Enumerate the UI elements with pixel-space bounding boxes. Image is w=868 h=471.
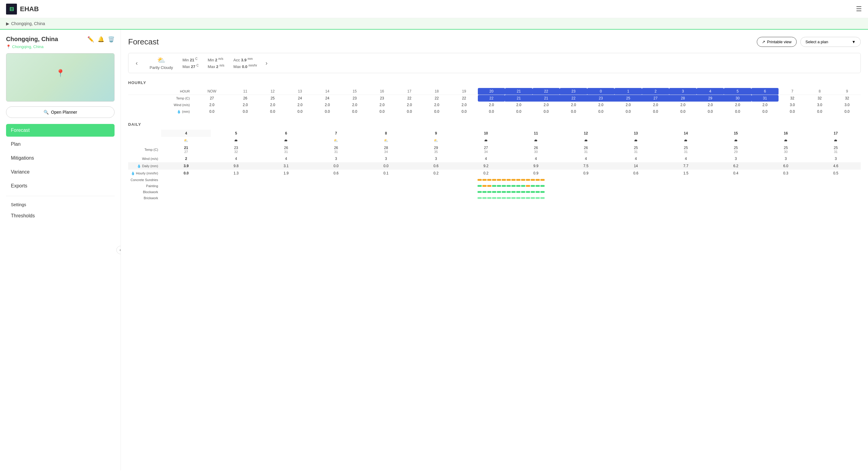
daily-temp-5: 2332: [211, 144, 261, 155]
wind-6: 2.0: [751, 101, 779, 108]
wind-15: 2.0: [341, 101, 368, 108]
temp-8: 32: [806, 95, 834, 102]
bar-seg: [540, 191, 545, 193]
bar-seg: [540, 185, 545, 187]
bar-seg: [492, 197, 496, 199]
bar-seg: [483, 191, 487, 193]
sidebar-item-variance[interactable]: Variance: [6, 166, 115, 178]
select-plan-dropdown[interactable]: Select a plan ▼: [800, 37, 861, 47]
hour-18: 18: [423, 88, 451, 95]
daily-rain-h-16: 0.3: [761, 170, 811, 177]
collapse-sidebar-button[interactable]: «: [116, 246, 121, 254]
bar-seg: [487, 197, 491, 199]
hourly-section-label: HOURLY: [128, 81, 861, 85]
bar-seg: [516, 185, 521, 187]
bar-seg: [535, 179, 540, 181]
temp-17: 22: [396, 95, 423, 102]
sidebar-item-mitigations[interactable]: Mitigations: [6, 152, 115, 165]
bar-seg: [516, 191, 521, 193]
open-planner-button[interactable]: 🔍 Open Planner: [6, 107, 115, 118]
daily-rain-h-14: 1.5: [661, 170, 711, 177]
hour-19: 19: [450, 88, 478, 95]
sidebar-item-plan[interactable]: Plan: [6, 138, 115, 151]
bar-seg: [477, 179, 482, 181]
daily-rain-h-5: 1.3: [211, 170, 261, 177]
temp-23: 22: [560, 95, 587, 102]
min-temp: Min 21 C: [183, 57, 199, 62]
wind-2: 2.0: [642, 101, 670, 108]
hour-5: 5: [724, 88, 751, 95]
sidebar-item-forecast[interactable]: Forecast: [6, 124, 115, 137]
rain-0: 0.0: [587, 108, 615, 115]
hour-2: 2: [642, 88, 670, 95]
daily-temp-12: 2631: [561, 144, 611, 155]
rain-1: 0.0: [614, 108, 642, 115]
daily-rain-14: 7.7: [661, 163, 711, 170]
daily-temp-13: 2531: [611, 144, 661, 155]
daily-rain-13: 14: [611, 163, 661, 170]
bar-seg: [506, 185, 511, 187]
hour-3: 3: [669, 88, 696, 95]
daily-rain-10: 9.2: [461, 163, 511, 170]
bar-seg: [492, 191, 496, 193]
daily-rain-daily-row: 💧 Daily (mm) 3.9 9.8 3.1 0.0 0.0 0.6 9.2…: [128, 163, 861, 170]
sidebar-item-exports[interactable]: Exports: [6, 180, 115, 192]
prev-day-button[interactable]: ‹: [133, 58, 140, 68]
sidebar-item-thresholds[interactable]: Thresholds: [6, 209, 115, 222]
wind-0: 2.0: [587, 101, 615, 108]
daily-temp-7: 2631: [311, 144, 361, 155]
activity-blockwork-label: Blockwork: [128, 189, 161, 195]
concrete-bars: [163, 179, 858, 181]
daily-row-header: [128, 130, 161, 137]
daily-wind-14: 4: [661, 155, 711, 163]
logo: ⊟ EHAB: [6, 4, 39, 14]
daily-rain-17: 4.6: [811, 163, 861, 170]
breadcrumb: ▶ Chongqing, China: [0, 18, 868, 30]
bar-seg: [521, 197, 525, 199]
hour-21: 21: [505, 88, 532, 95]
wind-23: 2.0: [560, 101, 587, 108]
bar-seg: [483, 179, 487, 181]
printable-view-button[interactable]: ↗ Printable view: [757, 37, 797, 47]
daily-day-15: 15: [711, 130, 761, 137]
printable-label: Printable view: [767, 39, 792, 44]
wind-5: 2.0: [724, 101, 751, 108]
nav-divider: [6, 196, 115, 196]
trash-icon[interactable]: 🗑️: [108, 36, 115, 42]
bar-seg: [502, 179, 506, 181]
hour-20: 20: [478, 88, 505, 95]
daily-icon-5: 🌧: [211, 137, 261, 144]
temp-14: 24: [314, 95, 341, 102]
daily-day-10: 10: [461, 130, 511, 137]
select-plan-label: Select a plan: [805, 39, 828, 44]
temp-16: 23: [368, 95, 396, 102]
settings-nav-list: Thresholds: [6, 209, 115, 222]
temp-12: 25: [259, 95, 286, 102]
edit-icon[interactable]: ✏️: [87, 36, 94, 42]
next-day-button[interactable]: ›: [263, 58, 270, 68]
map-container: 📍: [6, 53, 115, 101]
daily-rain-7: 0.0: [311, 163, 361, 170]
wind-stats: Min 2 m/s Max 2 m/s: [208, 57, 224, 69]
activity-painting-label: Painting: [128, 183, 161, 189]
daily-rain-label: 💧 Daily (mm): [128, 163, 161, 170]
hour-7: 7: [779, 88, 806, 95]
forecast-title: Forecast: [128, 37, 159, 47]
hour-now: NOW: [192, 88, 231, 95]
bell-icon[interactable]: 🔔: [98, 36, 104, 42]
breadcrumb-arrow: ▶: [6, 21, 9, 26]
daily-day-13: 13: [611, 130, 661, 137]
temp-20: 22: [478, 95, 505, 102]
daily-weather-icons-row: ⛅ 🌧 🌧 ⛅ ⛅ ⛅ 🌧 🌧 🌧 🌧 🌧 🌧 🌧 🌧: [128, 137, 861, 144]
daily-wind-row: Wind (m/s) 2 4 4 3 3 3 4 4 4 4 4 3 3 3: [128, 155, 861, 163]
hamburger-menu[interactable]: ☰: [856, 5, 862, 13]
bar-seg: [526, 191, 530, 193]
activity-blockwork: Blockwork: [128, 189, 861, 195]
daily-rain-h-8: 0.1: [361, 170, 411, 177]
daily-rain-hourly-row: 💧 Hourly (mm/hr) 0.0 1.3 1.9 0.6 0.1 0.2…: [128, 170, 861, 177]
temp-18: 22: [423, 95, 451, 102]
bar-seg: [540, 197, 545, 199]
location-text: Chongqing, China: [12, 45, 43, 49]
wind-12: 2.0: [259, 101, 286, 108]
location-link[interactable]: 📍 Chongqing, China: [6, 45, 115, 49]
